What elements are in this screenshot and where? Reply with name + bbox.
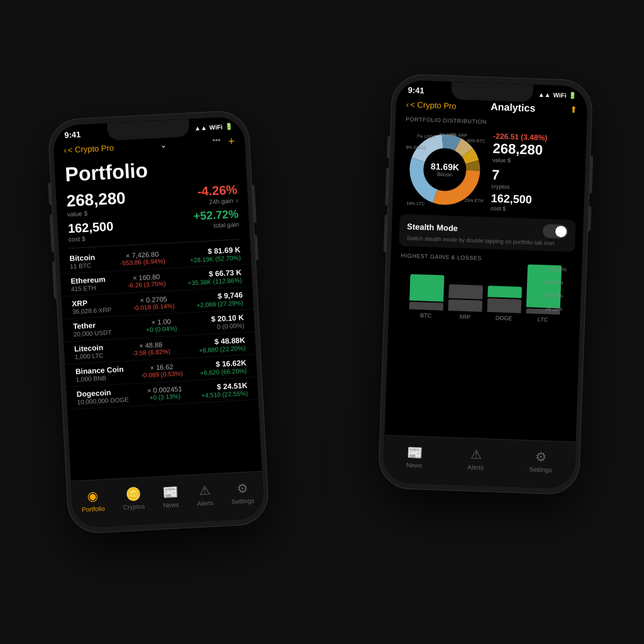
tab-news-label-right: News [406,462,422,469]
status-icons-right: ▲▲ WiFi 🔋 [538,91,577,99]
settings-icon-right: ⚙ [535,449,547,465]
notch-right [451,82,533,103]
analytics-title: Analytics [491,101,536,114]
tab-settings-label-right: Settings [529,466,552,474]
status-icons-left: ▲▲ WiFi 🔋 [194,123,233,131]
donut-section: 81.69K Bitcoin 6% BNB 5% XRP 30% BTC 25%… [392,125,587,218]
back-button-right[interactable]: ‹ < Crypto Pro [406,99,457,111]
tab-settings[interactable]: ⚙ Settings [231,480,255,505]
side-button-right-2 [255,235,258,260]
side-button-left-3 [52,262,57,299]
bar-btc-label: BTC [420,312,431,319]
alerts-icon: ⚠ [199,482,211,498]
tab-settings-right[interactable]: ⚙ Settings [529,449,552,474]
stealth-mode-section: Stealth Mode Switch stealth mode by doub… [399,214,576,252]
phone-left: 9:41 ▲▲ WiFi 🔋 ‹ < Crypto Pro ⌄ •• [47,109,270,535]
portfolio-summary: 268,280 value $ 162,500 cost $ -4.26% 24… [56,182,250,248]
tab-news[interactable]: 📰 News [162,484,179,509]
share-icon[interactable]: ⬆ [569,105,577,115]
more-icon[interactable]: ••• [213,135,221,149]
bar-btc-positive [409,274,444,302]
bar-ltc-label: LTC [538,316,548,323]
stealth-toggle[interactable] [543,224,569,238]
chevron-right-icon: › [235,197,238,204]
tab-alerts[interactable]: ⚠ Alerts [196,482,214,507]
side-button-right-phone-left-2 [385,167,389,205]
portfolio-screen: 9:41 ▲▲ WiFi 🔋 ‹ < Crypto Pro ⌄ •• [52,116,264,528]
bar-doge-label: DOGE [496,315,513,322]
time-right: 9:41 [408,86,425,96]
tab-alerts-label-right: Alerts [467,464,484,471]
bar-doge-positive [487,286,522,298]
side-button-right-phone-left-1 [387,136,390,158]
cryptos-icon: 🪙 [125,486,142,502]
side-button-right-phone-right-1 [589,156,593,194]
donut-chart: 81.69K Bitcoin 6% BNB 5% XRP 30% BTC 25%… [402,127,487,211]
bar-btc: BTC [409,274,444,319]
side-button-right-1 [252,185,257,223]
stat-total-value: 268,280 [492,140,576,160]
analytics-screen: 9:41 ▲▲ WiFi 🔋 ‹ < Crypto Pro Analytics … [383,80,588,489]
side-button-left-1 [48,183,52,205]
donut-value: 81.69K [431,161,460,172]
nav-icons: ••• + [213,135,235,149]
toggle-knob [555,226,567,238]
dropdown-chevron-icon[interactable]: ⌄ [160,140,167,150]
tab-bar-left: ◉ Portfolio 🪙 Cryptos 📰 News ⚠ Alerts [71,471,265,528]
portfolio-value: 268,280 [66,188,126,211]
coin-rows-container: Bitcoin 11 BTC × 7,426.80 -553.86 (6.94%… [59,242,262,474]
chevron-left-icon-right: ‹ [406,99,409,109]
time-left: 9:41 [64,130,81,140]
tab-settings-label: Settings [231,497,255,505]
chevron-left-icon: ‹ [64,145,67,155]
tab-bar-right: 📰 News ⚠ Alerts ⚙ Settings [383,435,575,489]
tab-cryptos[interactable]: 🪙 Cryptos [122,486,145,511]
news-icon: 📰 [162,484,179,500]
stealth-title: Stealth Mode [407,221,458,233]
bar-xrp: XRP [448,284,483,321]
tab-alerts-right[interactable]: ⚠ Alerts [467,447,484,471]
side-button-right-phone-right-2 [588,206,591,231]
bar-doge-negative [487,298,521,313]
analytics-stats: -226.51 (3.48%) 268,280 value $ 7 crypto… [491,131,576,214]
pct-label-2: 84.65% [546,279,566,286]
bar-xrp-negative [448,299,482,312]
portfolio-icon: ◉ [87,488,98,504]
side-button-left-2 [50,214,54,252]
news-icon-right: 📰 [406,445,423,460]
bar-chart: BTC XRP DOGE [399,261,572,323]
add-icon[interactable]: + [228,135,235,148]
bar-pct-labels: 112.86% 84.65% 56.43% 28.22% [545,266,567,312]
bar-doge: DOGE [487,286,522,322]
tab-news-label: News [163,501,179,509]
phone-right: 9:41 ▲▲ WiFi 🔋 ‹ < Crypto Pro Analytics … [378,74,594,496]
tab-cryptos-label: Cryptos [123,503,145,511]
bar-xrp-positive [448,284,483,299]
pct-label-1: 112.86% [547,266,567,272]
bar-btc-negative [409,302,443,311]
donut-label: Bitcoin [430,171,458,178]
pct-label-3: 56.43% [546,292,566,299]
bar-chart-wrapper: BTC XRP DOGE [389,261,582,325]
donut-center: 81.69K Bitcoin [430,161,459,178]
tab-alerts-label: Alerts [197,499,213,507]
pct-label-4: 28.22% [545,306,565,312]
bar-xrp-label: XRP [459,314,471,321]
scene: 9:41 ▲▲ WiFi 🔋 ‹ < Crypto Pro ⌄ •• [39,39,605,605]
side-button-right-phone-left-3 [384,214,387,252]
tab-news-right[interactable]: 📰 News [406,445,423,469]
alerts-icon-right: ⚠ [470,447,482,462]
tab-portfolio-label: Portfolio [82,505,105,513]
back-button-left[interactable]: ‹ < Crypto Pro [64,143,114,155]
tab-portfolio[interactable]: ◉ Portfolio [80,488,105,513]
settings-icon: ⚙ [236,480,248,496]
